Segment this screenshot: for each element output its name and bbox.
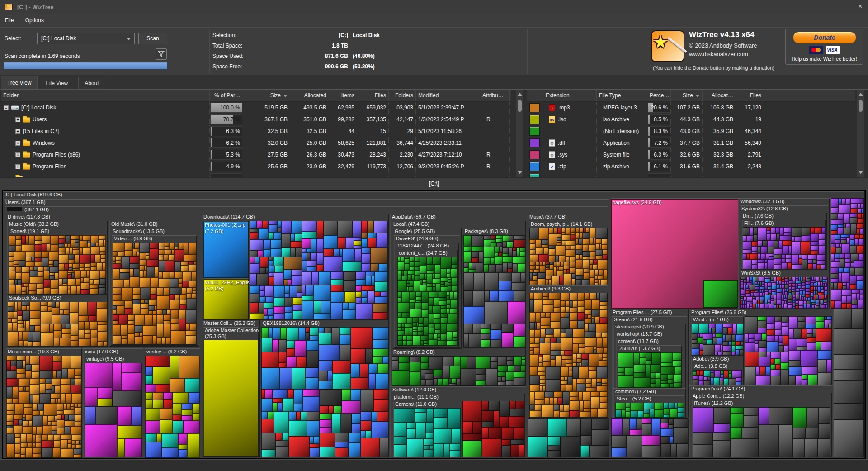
scroll-thumb[interactable] xyxy=(859,100,863,112)
filter-button[interactable] xyxy=(156,48,167,60)
treemap-mosaic[interactable] xyxy=(261,327,388,457)
table-row[interactable]: ⚙.dllApplication7.2 %37.7 GB31.1 GB56,34… xyxy=(527,137,855,149)
expander-icon[interactable]: + xyxy=(15,117,20,122)
treemap-mosaic[interactable] xyxy=(743,227,825,269)
treemap-mosaic[interactable] xyxy=(462,401,524,457)
treemap-region-vintage[interactable]: vintage\ (9.5 GB) xyxy=(85,356,142,457)
treemap-region-n250820[interactable]: 250820\ (13.7 GB) xyxy=(618,345,682,388)
treemap-region-ambient[interactable]: Ambient\ (9.3 GB) xyxy=(529,285,608,418)
treemap-region-ado[interactable]: Ado... (3.8 GB) xyxy=(693,363,742,385)
table-row[interactable]: +Windows6.2 %32.0 GB25.0 GB58,625121,881… xyxy=(1,137,511,149)
close-icon[interactable]: × xyxy=(857,3,863,10)
tab-file-view[interactable]: File View xyxy=(40,77,74,89)
treemap-mosaic[interactable] xyxy=(834,309,864,457)
table-row[interactable]: ♪.mp3MPEG layer 320.6 %107.2 GB106.8 GB1… xyxy=(527,102,855,114)
treemap-mosaic[interactable] xyxy=(529,293,608,417)
treemap-mosaic[interactable] xyxy=(85,363,142,457)
treemap-mosaic[interactable] xyxy=(692,324,743,355)
column-header-folders[interactable]: Folders xyxy=(389,90,416,101)
scan-button[interactable]: Scan xyxy=(138,33,167,44)
column-header-size[interactable]: Size xyxy=(243,90,290,101)
treemap-mosaic[interactable] xyxy=(611,418,688,457)
treemap-region-video[interactable]: Video ... (8.9 GB) xyxy=(112,235,197,345)
column-header-size[interactable]: Size xyxy=(671,90,703,101)
treemap-region-wind[interactable]: Wind... (5.7 GB) xyxy=(691,316,744,356)
table-row[interactable]: ⚙.sysSystem file6.3 %32.6 GB32.3 GB2,791 xyxy=(527,149,855,161)
column-header-extension[interactable]: Extension xyxy=(543,90,597,101)
treemap-region-pagefile-green[interactable] xyxy=(703,280,738,308)
treemap-mosaic[interactable] xyxy=(528,419,609,457)
treemap-region-steam-below[interactable] xyxy=(611,418,689,457)
treemap-mosaic[interactable] xyxy=(113,243,196,344)
expander-icon[interactable]: + xyxy=(15,152,20,157)
menu-file[interactable]: File xyxy=(0,14,19,24)
minimize-icon[interactable]: — xyxy=(823,3,829,10)
donate-button[interactable]: Donate xyxy=(793,32,856,43)
table-row[interactable]: (No Extension)8.3 %43.0 GB35.9 GB46,344 xyxy=(527,125,855,137)
treemap-mosaic[interactable] xyxy=(9,235,106,294)
table-row[interactable]: iso.isoiso Archive8.5 %44.3 GB44.3 GB19 xyxy=(527,114,855,125)
treemap-region-local-rest[interactable] xyxy=(463,273,526,348)
folder-table-scrollbar[interactable] xyxy=(516,90,524,177)
scroll-up-icon[interactable] xyxy=(859,93,863,96)
treemap-region-ventoy[interactable]: ventoy ... (6.2 GB) xyxy=(145,348,200,458)
treemap-mosaic[interactable] xyxy=(529,228,608,285)
scroll-up-icon[interactable] xyxy=(518,93,522,96)
column-header-items[interactable]: Items xyxy=(329,90,357,101)
treemap-mosaic[interactable] xyxy=(6,356,81,458)
tab-about[interactable]: About xyxy=(78,77,105,89)
treemap-region-doom-psych[interactable]: Doom, psych, p... (14.1 GB) xyxy=(529,221,608,285)
expander-icon[interactable]: + xyxy=(15,164,20,169)
expander-icon[interactable]: + xyxy=(15,129,20,134)
treemap-mosaic[interactable] xyxy=(618,352,681,388)
website-link[interactable]: www.diskanalyzer.com xyxy=(689,51,748,57)
treemap-mosaic[interactable] xyxy=(463,273,525,347)
treemap-mosaic[interactable] xyxy=(740,277,828,309)
treemap-mosaic[interactable] xyxy=(203,340,258,456)
extension-table-scrollbar[interactable] xyxy=(857,90,864,177)
treemap-region-content-c[interactable]: content_c... (24.7 GB) xyxy=(397,250,458,346)
drive-select[interactable]: [C:] Local Disk xyxy=(37,33,135,44)
treemap-mosaic[interactable] xyxy=(693,370,742,385)
table-row[interactable]: -[C:] Local Disk100.0 %519.5 GB493.5 GB6… xyxy=(1,102,511,114)
table-row[interactable] xyxy=(527,172,855,177)
treemap-mosaic[interactable] xyxy=(831,198,864,309)
menu-options[interactable]: Options xyxy=(20,14,49,24)
treemap-region-far-right[interactable] xyxy=(833,309,864,457)
table-row[interactable]: +[15 Files in C:\]6.3 %32.5 GB32.5 GB441… xyxy=(1,125,511,137)
scroll-thumb[interactable] xyxy=(518,100,522,112)
column-header-folder[interactable]: Folder xyxy=(1,90,210,101)
treemap-region-fil[interactable]: Fil... (7.6 GB) xyxy=(742,220,826,270)
treemap-region-photos-zip[interactable]: Photos-001 (2).zip (7.2 GB) xyxy=(203,221,249,278)
treemap-mosaic[interactable] xyxy=(394,408,461,457)
column-header-perce[interactable]: Perce… xyxy=(647,90,671,101)
treemap-region-windows-strip[interactable] xyxy=(830,198,864,309)
treemap-mosaic[interactable] xyxy=(703,280,738,308)
table-row[interactable]: +Users70.7 %367.1 GB351.0 GB99,282357,13… xyxy=(1,114,511,125)
treemap-region-downloads-files[interactable] xyxy=(250,221,388,320)
treemap-region-pf-mosaic[interactable] xyxy=(745,316,832,385)
treemap-mosaic[interactable] xyxy=(693,407,830,457)
scroll-down-icon[interactable] xyxy=(859,171,863,174)
treemap-mosaic[interactable] xyxy=(615,403,684,418)
table-row[interactable]: +Program Files4.9 %25.6 GB23.9 GB32,4791… xyxy=(1,161,511,172)
treemap-region-itunes[interactable]: iTunes\ (12.2 GB) xyxy=(692,400,830,457)
treemap-region-adobe-master[interactable]: Adobe.Master.Collection.20 (25.3 GB) xyxy=(203,327,259,457)
treemap-mosaic[interactable] xyxy=(250,221,387,319)
treemap-region-music-mon[interactable]: Music-mon... (19.8 GB) xyxy=(6,348,82,458)
column-header-attribu[interactable]: Attribu… xyxy=(480,90,510,101)
table-row[interactable]: Z.zipzip Archive6.1 %31.6 GB31.4 GB2,248 xyxy=(527,161,855,172)
treemap-mosaic[interactable] xyxy=(392,356,525,386)
treemap-region-sorted[interactable]: Sorted\ (19.1 GB) xyxy=(9,228,106,295)
column-header-filetype[interactable]: File Type xyxy=(597,90,647,101)
restore-icon[interactable] xyxy=(841,5,845,9)
expander-icon[interactable]: + xyxy=(15,141,20,146)
tab-tree-view[interactable]: Tree View xyxy=(1,76,38,89)
treemap-region-camera[interactable]: Camera\ (11.0 GB) xyxy=(393,401,461,457)
treemap-region-qex[interactable]: QEX19812016\ (14.4 GB) xyxy=(261,320,389,457)
treemap-region-winsxs[interactable]: WinSxS\ (8.5 GB) xyxy=(740,270,828,309)
treemap-region-packages[interactable]: Packages\ (8.3 GB) xyxy=(463,228,526,273)
treemap-region-soulseek[interactable]: Soulseek So... (9.9 GB) xyxy=(7,295,108,347)
column-header-files[interactable]: Files xyxy=(736,90,764,101)
treemap-region-music-bottom[interactable] xyxy=(528,419,609,457)
